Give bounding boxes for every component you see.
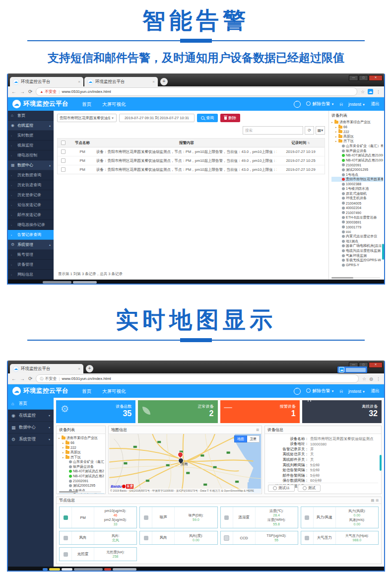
close-button[interactable]: ✕ [369, 75, 383, 81]
logout-link[interactable]: 退出 [371, 101, 380, 107]
logout-link[interactable]: 退出 [371, 388, 380, 394]
device-tree-item[interactable]: 气象环境监测 [331, 253, 383, 258]
device-tree-item[interactable]: 66 [59, 440, 104, 445]
device-tree-item[interactable]: 电缆沟温湿度在线监测 [331, 248, 383, 253]
col-record-time[interactable]: 记录时间⇅ [277, 141, 325, 145]
maximize-button[interactable]: □ [359, 75, 368, 81]
sidebar-item[interactable]: › 实时数据 [8, 131, 54, 141]
device-tree-item[interactable]: 山东黄金矿业（鑫汇） [59, 459, 104, 464]
device-tree-item[interactable]: 高新区 [331, 134, 383, 139]
map-mode-button[interactable]: 地图 [234, 435, 247, 442]
taskbar-item[interactable] [62, 568, 72, 571]
expand-icon[interactable]: ⊞ [376, 499, 379, 503]
device-tree-item[interactable]: 222 [331, 129, 383, 134]
device-tree-item[interactable]: 国泰广场电梯机房(温湿度) [331, 244, 383, 249]
device-tree-item[interactable]: 贵阳市南明区花果园某 [59, 493, 104, 495]
bell-icon[interactable]: ⍾ [339, 388, 343, 394]
alarm-dropdown[interactable]: 解除告警▼ [306, 101, 334, 107]
refresh-icon[interactable]: ⟳ [28, 376, 32, 381]
taskbar-item[interactable] [43, 281, 71, 284]
device-tree-item[interactable]: 10002388 [331, 182, 383, 187]
taskbar-start[interactable] [43, 568, 48, 571]
device-tree-item[interactable]: 66 [331, 125, 383, 130]
sensor-card[interactable]: 大气压力 大气压力(Hpa): 988.0 [301, 531, 379, 545]
row-checkbox[interactable] [58, 167, 68, 172]
alarm-dropdown[interactable]: 解除告警▼ [306, 388, 334, 394]
device-tree-item[interactable]: 10001779 [331, 224, 383, 229]
sensor-card[interactable]: 风力/风速 风力(风级): 0.00 风速(m/s): 0.00 [301, 507, 379, 528]
forward-icon[interactable]: → [20, 376, 25, 381]
row-checkbox[interactable] [58, 149, 68, 154]
sidebar-item[interactable]: ⚙ 系统管理 [8, 240, 54, 250]
horizontal-scrollbar[interactable] [59, 491, 101, 493]
device-tree-item[interactable]: 高新区 [59, 450, 104, 455]
back-icon[interactable]: ← [11, 376, 16, 381]
menu-item-home[interactable]: 首页 [76, 384, 97, 398]
sidebar-item[interactable]: ◉ 在线监控 [8, 410, 54, 422]
grid-view-icon[interactable]: ▤ [371, 499, 375, 503]
menu-item-bigscreen[interactable]: 大屏可视化 [97, 384, 131, 398]
columns-button[interactable]: ▦▾ [316, 126, 325, 135]
device-tree-item[interactable]: 原装式油烟机 [331, 191, 383, 196]
device-tree-item[interactable]: ETH-6温湿度变送器 [331, 215, 383, 220]
sensor-card[interactable]: CCD TSP(ug/m3): 55 [220, 531, 298, 545]
sidebar-item[interactable]: ◉ 在线监控 [8, 121, 54, 131]
sidebar-item[interactable]: ▦ 数据中心 [8, 160, 54, 170]
sensor-card[interactable]: 噪声 噪声(DB): 59.0 [139, 507, 217, 528]
sensor-card[interactable]: 光照度 光照度(lux): 258 [59, 547, 137, 561]
select-all-checkbox[interactable] [58, 141, 68, 145]
device-total-card[interactable]: ⚙ 设备总数 35 [56, 400, 135, 423]
refresh-icon[interactable]: ⟳ [28, 89, 32, 94]
device-tree-item[interactable]: 济南市某综合产业区 [59, 435, 104, 440]
taskbar-item[interactable] [49, 568, 60, 571]
device-tree-item[interactable]: 噪声扬尘设备 [331, 148, 383, 153]
browser-tab[interactable]: ☁ 环境监控云平台 × [10, 364, 83, 373]
device-tree-item[interactable]: 222 [59, 445, 104, 450]
sidebar-item[interactable]: › 继电器操作记录 [8, 220, 54, 230]
device-tree-item[interactable]: NB-IOT测试勿占用21 [59, 474, 104, 479]
bell-icon[interactable]: ⍾ [339, 101, 343, 107]
device-tree-item[interactable]: 车载无线监控GPRS-W [331, 258, 383, 263]
col-node-name[interactable]: 节点名称 [68, 141, 96, 145]
expand-icon[interactable]: ⊞ [256, 428, 259, 432]
query-button[interactable]: 查询 [197, 114, 218, 122]
message-icon[interactable] [294, 388, 301, 395]
sidebar-item[interactable]: ⌂ 首页 [8, 111, 54, 121]
date-range-input[interactable]: 2019-07-27 09:31 到 2019-07-27 10:31 [119, 114, 195, 122]
device-tree-item[interactable]: 测试20001295 [59, 483, 104, 488]
new-tab-button[interactable]: + [160, 78, 168, 85]
test11-button[interactable]: 测试11 [268, 485, 295, 492]
sensor-card[interactable]: 风向 风向(度): 0.00 [139, 531, 217, 545]
tab-close-icon[interactable]: × [78, 366, 80, 371]
taskbar-item[interactable] [104, 568, 111, 571]
tab-close-icon[interactable]: × [78, 79, 80, 84]
satellite-mode-button[interactable]: 卫星 [247, 435, 260, 442]
sidebar-item[interactable]: › 账号管理 [8, 250, 54, 260]
menu-dots-icon[interactable]: ⋮ [376, 376, 381, 381]
device-tree-item[interactable]: NB-IOT测试勿占用21 [59, 469, 104, 474]
sidebar-item[interactable]: ⌂ 首页 [8, 398, 54, 410]
sidebar-item[interactable]: › 历史登录记录 [8, 190, 54, 200]
test-button[interactable]: 测试 [298, 485, 321, 492]
device-tree-item[interactable]: 测试20001295 [331, 167, 383, 172]
device-tree-item[interactable]: 噪声扬尘设备 [59, 464, 104, 469]
device-tree-item[interactable]: 内置式温湿度记录仪 [331, 234, 383, 239]
vertical-scrollbar-thumb[interactable] [382, 244, 384, 260]
menu-item-home[interactable]: 首页 [76, 97, 97, 111]
tab-close-icon[interactable]: × [152, 79, 155, 84]
device-tree-item[interactable]: GPRS-Y [331, 263, 383, 268]
device-tree-item[interactable]: 21002091 [59, 479, 104, 484]
row-checkbox[interactable] [58, 158, 68, 163]
delete-button[interactable]: 删除 [220, 114, 240, 122]
table-row[interactable]: PM 设备：贵阳市南明区花果园某餐饮油烟监测点，节点：PM，pm10超上限告警，… [58, 147, 325, 156]
sidebar-item[interactable]: › 设备管理 [8, 260, 54, 270]
url-box[interactable]: ⓘ 不安全 | www.0531yun.cn/index.html [36, 374, 359, 383]
vertical-scrollbar-thumb[interactable] [380, 455, 382, 471]
device-tree-item[interactable]: 21007490 [331, 210, 383, 215]
sidebar-item[interactable]: › 继电器控制 [8, 150, 54, 160]
user-dropdown[interactable]: jnstest▼ [348, 389, 365, 394]
sensor-card[interactable]: 风向 风向: 北风 [59, 531, 137, 545]
device-tree-item[interactable]: 贵阳市南明区花果园某餐 [331, 177, 383, 182]
menu-item-bigscreen[interactable]: 大屏可视化 [97, 97, 131, 111]
url-box[interactable]: ▲ 不安全 | www.0531yun.cn/index.html [36, 87, 357, 96]
